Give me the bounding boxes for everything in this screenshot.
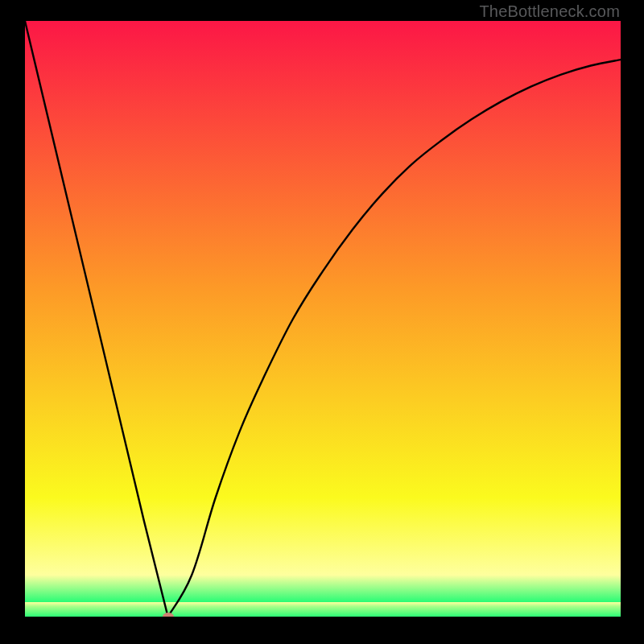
chart-container: { "watermark": "TheBottleneck.com", "col…	[0, 0, 644, 644]
watermark-text: TheBottleneck.com	[479, 2, 620, 21]
plot-area	[25, 21, 621, 617]
minimum-marker	[163, 613, 174, 617]
bottleneck-curve	[25, 21, 621, 617]
